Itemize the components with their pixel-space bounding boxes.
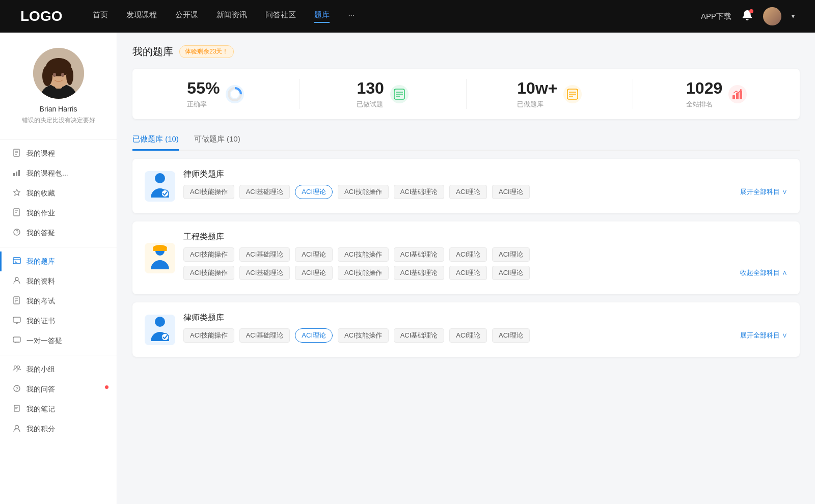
svg-point-6 — [66, 67, 73, 85]
tag-e-2[interactable]: ACI理论 — [295, 247, 333, 262]
tag-4[interactable]: ACI基础理论 — [394, 185, 445, 199]
tag-2-active[interactable]: ACI理论 — [295, 185, 333, 199]
tag-e-3[interactable]: ACI技能操作 — [338, 247, 389, 262]
nav-right: APP下载 ▾ — [701, 7, 795, 25]
tag-e2-5[interactable]: ACI理论 — [449, 266, 487, 280]
svg-text:?: ? — [16, 386, 18, 391]
svg-point-32 — [16, 322, 18, 324]
points-icon — [12, 424, 21, 434]
tag-e-4[interactable]: ACI基础理论 — [394, 247, 445, 262]
sidebar-item-label: 我的积分 — [26, 425, 55, 434]
notes-icon — [12, 404, 21, 414]
tag-l2-5[interactable]: ACI理论 — [449, 328, 487, 343]
sidebar-item-label: 我的考试 — [26, 297, 55, 306]
qbank-body: 工程类题库 ACI技能操作 ACI基础理论 ACI理论 ACI技能操作 ACI基… — [145, 232, 787, 284]
stat-done-q-texts: 130 已做试题 — [357, 79, 384, 109]
tag-e2-1[interactable]: ACI基础理论 — [239, 266, 290, 280]
sidebar-item-my-qa[interactable]: ? 我的问答 — [0, 379, 117, 399]
sidebar-item-favorites[interactable]: 我的收藏 — [0, 183, 117, 203]
sidebar-item-exams[interactable]: 我的考试 — [0, 291, 117, 311]
stat-ranking-value: 1029 — [686, 79, 722, 98]
tag-e2-6[interactable]: ACI理论 — [492, 266, 530, 280]
tag-3[interactable]: ACI技能操作 — [338, 185, 389, 199]
accuracy-icon — [226, 85, 244, 103]
tag-e-1[interactable]: ACI基础理论 — [239, 247, 290, 262]
sidebar-item-notes[interactable]: 我的笔记 — [0, 399, 117, 419]
avatar[interactable] — [763, 7, 781, 25]
stat-done-q-label: 已做试题 — [357, 100, 384, 109]
expand-link[interactable]: 展开全部科目 ∨ — [740, 187, 787, 197]
sidebar-item-my-data[interactable]: 我的资料 — [0, 271, 117, 291]
star-icon — [12, 188, 21, 198]
svg-point-8 — [61, 73, 64, 77]
svg-rect-55 — [736, 93, 739, 99]
tag-e-6[interactable]: ACI理论 — [492, 247, 530, 262]
notification-bell[interactable] — [742, 10, 753, 23]
qbank-title: 律师类题库 — [183, 313, 787, 323]
sidebar-item-points[interactable]: 我的积分 — [0, 419, 117, 439]
sidebar-item-certificates[interactable]: 我的证书 — [0, 311, 117, 331]
profile-avatar — [33, 48, 84, 99]
tag-6[interactable]: ACI理论 — [492, 185, 530, 199]
tag-e2-4[interactable]: ACI基础理论 — [394, 266, 445, 280]
nav-discover[interactable]: 发现课程 — [126, 10, 157, 23]
tag-e2-2[interactable]: ACI理论 — [295, 266, 333, 280]
qbank-card-engineer: 工程类题库 ACI技能操作 ACI基础理论 ACI理论 ACI技能操作 ACI基… — [132, 221, 800, 294]
sidebar-item-homework[interactable]: 我的作业 — [0, 203, 117, 223]
sidebar-item-groups[interactable]: 我的小组 — [0, 359, 117, 379]
nav-more[interactable]: ··· — [348, 10, 355, 23]
sidebar-item-my-courses[interactable]: 我的课程 — [0, 144, 117, 163]
nav-news[interactable]: 新闻资讯 — [216, 10, 247, 23]
sidebar-item-label: 一对一答疑 — [26, 337, 62, 346]
nav-home[interactable]: 首页 — [93, 10, 108, 23]
tag-e-0[interactable]: ACI技能操作 — [183, 247, 234, 262]
tag-l2-4[interactable]: ACI基础理论 — [394, 328, 445, 343]
avatar-image — [763, 7, 781, 25]
sidebar-item-label: 我的小组 — [26, 365, 55, 374]
qbank-card-lawyer-1: 律师类题库 ACI技能操作 ACI基础理论 ACI理论 ACI技能操作 ACI基… — [132, 159, 800, 213]
tag-e2-3[interactable]: ACI技能操作 — [338, 266, 389, 280]
qbank-engineer-icon — [145, 243, 175, 273]
expand-link-2[interactable]: 展开全部科目 ∨ — [740, 331, 787, 340]
tag-e-5[interactable]: ACI理论 — [449, 247, 487, 262]
nav-question-bank[interactable]: 题库 — [314, 10, 330, 23]
qbank-content: 律师类题库 ACI技能操作 ACI基础理论 ACI理论 ACI技能操作 ACI基… — [183, 313, 787, 347]
sidebar-item-question-bank[interactable]: 我的题库 — [0, 251, 117, 271]
qbank-title: 工程类题库 — [183, 232, 787, 242]
ranking-icon — [728, 85, 747, 103]
svg-point-57 — [155, 173, 165, 183]
tag-l2-6[interactable]: ACI理论 — [492, 328, 530, 343]
sidebar-item-label: 我的作业 — [26, 209, 55, 218]
app-download-link[interactable]: APP下载 — [701, 12, 731, 21]
sidebar-item-one-on-one[interactable]: 一对一答疑 — [0, 331, 117, 351]
sidebar-divider-2 — [0, 247, 117, 247]
sidebar-item-label: 我的笔记 — [26, 405, 55, 414]
nav-open-course[interactable]: 公开课 — [175, 10, 198, 23]
sidebar-item-label: 我的问答 — [26, 385, 55, 394]
tag-l2-3[interactable]: ACI技能操作 — [338, 328, 389, 343]
sidebar-item-qa[interactable]: ? 我的答疑 — [0, 223, 117, 243]
done-questions-icon — [390, 85, 409, 103]
svg-point-26 — [15, 277, 18, 281]
navigation: LOGO 首页 发现课程 公开课 新闻资讯 问答社区 题库 ··· APP下载 … — [0, 0, 815, 33]
tag-1[interactable]: ACI基础理论 — [239, 185, 290, 199]
tag-l2-1[interactable]: ACI基础理论 — [239, 328, 290, 343]
svg-rect-13 — [13, 173, 15, 176]
tab-done-banks[interactable]: 已做题库 (10) — [132, 129, 179, 151]
tag-e2-0[interactable]: ACI技能操作 — [183, 266, 234, 280]
group-icon — [12, 365, 21, 374]
avatar-chevron[interactable]: ▾ — [792, 13, 795, 20]
tag-l2-0[interactable]: ACI技能操作 — [183, 328, 234, 343]
my-qa-icon: ? — [12, 384, 21, 394]
sidebar-item-course-packages[interactable]: 我的课程包... — [0, 163, 117, 183]
stat-done-q-value: 130 — [357, 79, 384, 98]
qbank-card-lawyer-2: 律师类题库 ACI技能操作 ACI基础理论 ACI理论 ACI技能操作 ACI基… — [132, 302, 800, 357]
sidebar-item-label: 我的课程 — [26, 149, 55, 158]
tag-l2-2-active[interactable]: ACI理论 — [295, 328, 333, 343]
tag-0[interactable]: ACI技能操作 — [183, 185, 234, 199]
svg-rect-33 — [13, 337, 20, 342]
collapse-link[interactable]: 收起全部科目 ∧ — [740, 268, 787, 277]
tab-available-banks[interactable]: 可做题库 (10) — [194, 129, 240, 151]
nav-qa[interactable]: 问答社区 — [265, 10, 296, 23]
tag-5[interactable]: ACI理论 — [449, 185, 487, 199]
